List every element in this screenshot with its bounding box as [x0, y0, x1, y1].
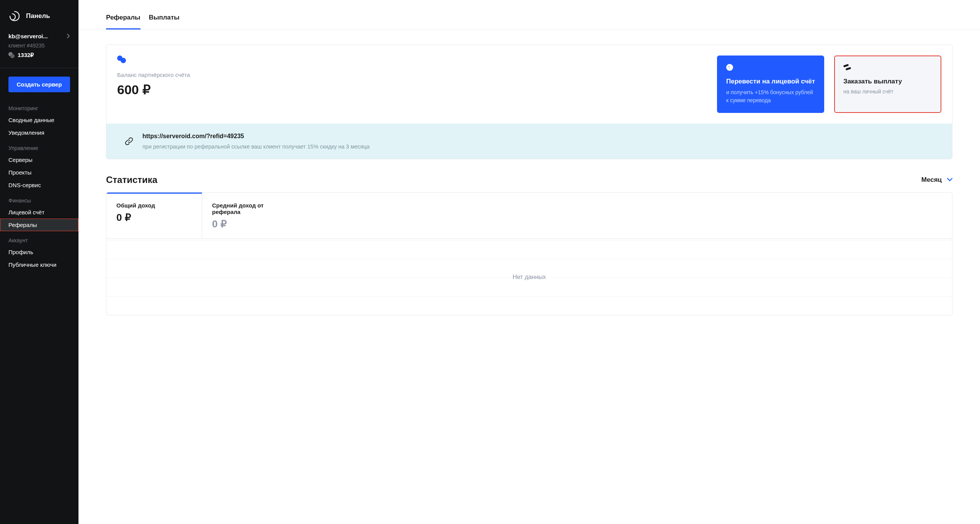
- nav-heading: Финансы: [0, 194, 78, 206]
- user-block: kb@serveroi... клиент #49235 1332₽: [0, 30, 78, 68]
- user-balance-value: 1332₽: [18, 52, 34, 59]
- no-data-label: Нет данных: [513, 274, 546, 281]
- nav-group-account: Аккаунт Профиль Публичные ключи: [0, 233, 78, 271]
- balance-block: Баланс партнёрского счёта 600 ₽: [117, 56, 707, 113]
- coins-icon: [8, 52, 15, 58]
- partner-balance-card: Баланс партнёрского счёта 600 ₽ Перевест…: [106, 44, 952, 159]
- payout-card[interactable]: Заказать выплату на ваш личный счёт: [834, 56, 941, 113]
- balance-label: Баланс партнёрского счёта: [117, 72, 707, 78]
- transfer-card[interactable]: Перевести на лицевой счёт и получить +15…: [717, 56, 824, 113]
- nav-item-summary[interactable]: Сводные данные: [0, 114, 78, 126]
- nav-item-referrals[interactable]: Рефералы: [0, 219, 78, 231]
- stat-tabs: Общий доход 0 ₽ Средний доход от реферал…: [106, 193, 952, 238]
- nav-item-account-balance[interactable]: Лицевой счёт: [0, 206, 78, 219]
- payout-icon: [843, 64, 851, 71]
- nav-item-projects[interactable]: Проекты: [0, 166, 78, 179]
- transfer-sub: и получить +15% бонусных рублей к сумме …: [726, 88, 815, 104]
- period-select[interactable]: Месяц: [921, 176, 952, 184]
- payout-sub: на ваш личный счёт: [843, 88, 932, 95]
- page-tabs: Рефералы Выплаты: [78, 0, 980, 30]
- stat-tab-value: 0 ₽: [116, 212, 192, 224]
- nav-group-manage: Управление Серверы Проекты DNS-сервис: [0, 141, 78, 191]
- payout-title: Заказать выплату: [843, 78, 932, 85]
- panel-title: Панель: [26, 12, 50, 20]
- stats-title: Статистика: [106, 175, 157, 185]
- nav-item-notifications[interactable]: Уведомления: [0, 126, 78, 139]
- chart-placeholder: Нет данных: [106, 238, 952, 315]
- stat-tab-label: Общий доход: [116, 202, 192, 209]
- upload-icon: [726, 64, 733, 71]
- create-server-button[interactable]: Создать сервер: [8, 77, 70, 92]
- nav-heading: Мониторинг: [0, 101, 78, 114]
- stat-tab-label: Средний доход от реферала: [212, 202, 287, 215]
- stats-card: Общий доход 0 ₽ Средний доход от реферал…: [106, 192, 952, 315]
- tab-payouts[interactable]: Выплаты: [149, 11, 180, 29]
- chevron-right-icon: [67, 33, 70, 39]
- user-balance: 1332₽: [8, 52, 70, 59]
- stat-tab-total[interactable]: Общий доход 0 ₽: [106, 193, 202, 238]
- user-menu-toggle[interactable]: kb@serveroi...: [8, 33, 70, 39]
- stats-header: Статистика Месяц: [106, 175, 952, 185]
- nav-heading: Управление: [0, 141, 78, 153]
- nav-item-public-keys[interactable]: Публичные ключи: [0, 258, 78, 271]
- referral-link-sub: при регистрации по реферальной ссылке ва…: [142, 144, 369, 150]
- nav-group-finance: Финансы Лицевой счёт Рефералы: [0, 194, 78, 231]
- nav-heading: Аккаунт: [0, 233, 78, 246]
- nav-group-monitoring: Мониторинг Сводные данные Уведомления: [0, 101, 78, 139]
- link-icon: [125, 137, 133, 145]
- period-label: Месяц: [921, 176, 942, 184]
- referral-link-bar: https://serveroid.com/?refid=49235 при р…: [106, 124, 952, 159]
- sidebar: Панель kb@serveroi... клиент #49235 1332…: [0, 0, 78, 524]
- main-content: Рефералы Выплаты Баланс партнёрского счё…: [78, 0, 980, 524]
- user-email: kb@serveroi...: [8, 33, 48, 39]
- nav-item-servers[interactable]: Серверы: [0, 153, 78, 166]
- logo-icon: [8, 11, 21, 21]
- stat-tab-value: 0 ₽: [212, 218, 287, 230]
- chevron-down-icon: [947, 176, 952, 184]
- transfer-title: Перевести на лицевой счёт: [726, 78, 815, 85]
- user-id: клиент #49235: [8, 42, 70, 49]
- referral-link[interactable]: https://serveroid.com/?refid=49235: [142, 133, 369, 140]
- coins-icon: [117, 56, 127, 63]
- tab-referrals[interactable]: Рефералы: [106, 11, 140, 29]
- nav-item-profile[interactable]: Профиль: [0, 246, 78, 258]
- stat-tab-avg[interactable]: Средний доход от реферала 0 ₽: [202, 193, 298, 238]
- nav-item-dns[interactable]: DNS-сервис: [0, 179, 78, 191]
- balance-value: 600 ₽: [117, 82, 707, 97]
- sidebar-header: Панель: [0, 0, 78, 30]
